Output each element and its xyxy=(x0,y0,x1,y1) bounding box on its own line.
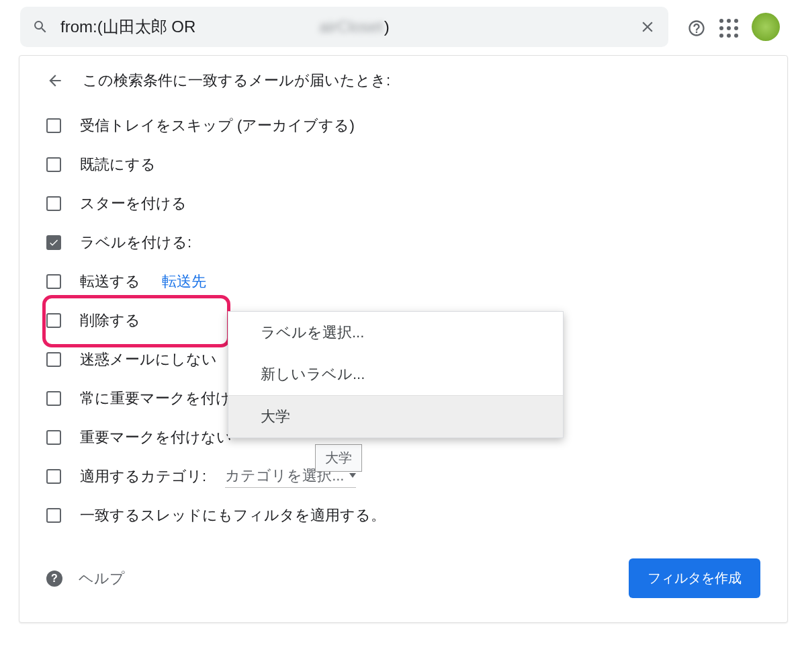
create-filter-button[interactable]: フィルタを作成 xyxy=(629,558,760,598)
dropdown-item-existing-label[interactable]: 大学 xyxy=(228,396,563,437)
apps-icon[interactable] xyxy=(719,19,736,35)
option-categorize-label: 適用するカテゴリ: xyxy=(80,466,206,487)
search-box[interactable]: airCloset ) xyxy=(20,7,668,47)
dropdown-item-new-label[interactable]: 新しいラベル... xyxy=(228,353,563,395)
option-skip-inbox-label: 受信トレイをスキップ (アーカイブする) xyxy=(80,116,355,136)
search-redacted-segment: airCloset xyxy=(319,17,383,36)
checkbox-star[interactable] xyxy=(46,196,61,211)
option-delete-label: 削除する xyxy=(80,310,140,331)
help-label: ヘルプ xyxy=(79,569,125,589)
checkbox-always-important[interactable] xyxy=(46,391,61,406)
back-button[interactable] xyxy=(46,72,64,89)
option-forward-label: 転送する xyxy=(80,271,140,292)
option-never-important-label: 重要マークを付けない xyxy=(80,427,232,448)
checkbox-not-spam[interactable] xyxy=(46,352,61,367)
option-apply-label-label: ラベルを付ける: xyxy=(80,233,191,253)
option-apply-to-existing-label: 一致するスレッドにもフィルタを適用する。 xyxy=(80,505,386,526)
tooltip: 大学 xyxy=(315,444,362,472)
clear-search-button[interactable] xyxy=(639,18,656,36)
checkbox-apply-label[interactable] xyxy=(46,235,61,250)
option-mark-read-label: 既読にする xyxy=(80,155,156,175)
label-dropdown: ラベルを選択... 新しいラベル... 大学 xyxy=(228,311,564,438)
checkbox-never-important[interactable] xyxy=(46,430,61,445)
account-avatar[interactable] xyxy=(752,13,780,41)
help-icon: ? xyxy=(46,571,62,587)
search-icon xyxy=(32,19,48,35)
help-link[interactable]: ? ヘルプ xyxy=(46,569,125,589)
chevron-down-icon xyxy=(349,473,356,478)
dropdown-item-choose-label[interactable]: ラベルを選択... xyxy=(228,312,563,353)
checkbox-skip-inbox[interactable] xyxy=(46,118,61,133)
search-tail: ) xyxy=(383,17,390,36)
support-icon[interactable] xyxy=(687,19,703,35)
checkbox-categorize[interactable] xyxy=(46,469,61,484)
forward-address-link[interactable]: 転送先 xyxy=(162,271,206,292)
checkbox-mark-read[interactable] xyxy=(46,157,61,172)
filter-panel: この検索条件に一致するメールが届いたとき: 受信トレイをスキップ (アーカイブす… xyxy=(19,55,788,623)
search-input[interactable] xyxy=(48,17,322,36)
panel-title: この検索条件に一致するメールが届いたとき: xyxy=(83,71,390,91)
checkbox-forward[interactable] xyxy=(46,274,61,289)
checkbox-delete[interactable] xyxy=(46,313,61,328)
checkbox-apply-to-existing[interactable] xyxy=(46,508,61,523)
option-star-label: スターを付ける xyxy=(80,194,187,214)
option-not-spam-label: 迷惑メールにしない xyxy=(80,349,217,370)
option-always-important-label: 常に重要マークを付ける xyxy=(80,388,247,409)
